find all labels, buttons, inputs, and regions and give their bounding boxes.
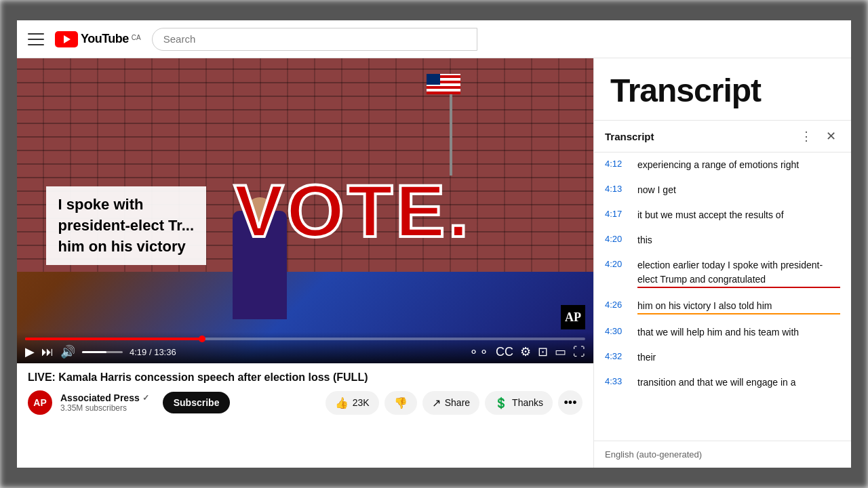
transcript-timestamp: 4:20: [605, 258, 629, 269]
transcript-item[interactable]: 4:13now I get: [594, 178, 851, 203]
transcript-toolbar-actions: ⋮ ✕: [796, 127, 840, 145]
transcript-item[interactable]: 4:26him on his victory I also told him: [594, 293, 851, 320]
transcript-close-button[interactable]: ✕: [822, 127, 840, 145]
transcript-text: experiencing a range of emotions right: [637, 158, 840, 172]
controls-row: ▶ ⏭ 🔊 4:19 / 1: [25, 344, 585, 359]
chapters-icon: ⚬⚬: [469, 344, 489, 359]
like-button[interactable]: 👍 23K: [326, 391, 379, 415]
transcript-list[interactable]: 4:12experiencing a range of emotions rig…: [594, 152, 851, 441]
menu-icon[interactable]: [28, 33, 44, 45]
theater-icon: ▭: [555, 344, 566, 359]
next-icon: ⏭: [41, 345, 54, 359]
fullscreen-button[interactable]: ⛶: [573, 345, 585, 359]
subscribe-button[interactable]: Subscribe: [163, 392, 231, 413]
search-input[interactable]: [152, 28, 477, 51]
transcript-options-button[interactable]: ⋮: [796, 127, 816, 145]
transcript-text: now I get: [637, 183, 840, 197]
more-options-icon: •••: [564, 396, 577, 410]
youtube-logo-text: YouTube: [81, 32, 129, 46]
captions-icon: CC: [496, 345, 513, 359]
transcript-text: that we will help him and his team with: [637, 325, 840, 340]
theater-button[interactable]: ▭: [555, 344, 566, 359]
play-icon: ▶: [25, 344, 35, 359]
thanks-button[interactable]: 💲 Thanks: [485, 391, 553, 415]
transcript-timestamp: 4:13: [605, 183, 629, 194]
browser-window: YouTube CA: [0, 0, 868, 488]
speech-line-1: I spoke with president-elect Tr... him o…: [58, 195, 195, 257]
transcript-timestamp: 4:26: [605, 299, 629, 310]
channel-subscribers: 3.35M subscribers: [60, 403, 149, 413]
transcript-language: English (auto-generated): [605, 449, 702, 460]
dislike-button[interactable]: 👎: [384, 391, 417, 415]
flag-cloth: [427, 74, 460, 94]
transcript-footer: English (auto-generated): [594, 441, 851, 468]
dislike-icon: 👎: [394, 396, 408, 409]
more-options-button[interactable]: •••: [558, 390, 583, 415]
transcript-item[interactable]: 4:33transition and that we will engage i…: [594, 370, 851, 395]
play-button[interactable]: ▶: [25, 344, 35, 359]
transcript-item[interactable]: 4:12experiencing a range of emotions rig…: [594, 152, 851, 178]
youtube-header: YouTube CA: [17, 20, 851, 58]
youtube-logo-icon: [55, 31, 78, 47]
video-info-section: LIVE: Kamala Harris concession speech af…: [17, 363, 593, 419]
channel-avatar[interactable]: AP: [28, 390, 52, 415]
like-icon: 👍: [335, 396, 349, 409]
transcript-item[interactable]: 4:30that we will help him and his team w…: [594, 320, 851, 345]
transcript-timestamp: 4:30: [605, 325, 629, 336]
time-display: 4:19 / 13:36: [130, 347, 176, 357]
vote-overlay-text: VOTE.: [234, 174, 471, 248]
share-button[interactable]: ↗ Share: [422, 391, 479, 415]
captions-button[interactable]: CC: [496, 345, 513, 359]
thanks-icon: 💲: [494, 396, 508, 409]
channel-name: Associated Press ✓: [60, 392, 149, 403]
speech-text-overlay: I spoke with president-elect Tr... him o…: [46, 186, 207, 265]
progress-bar[interactable]: [25, 338, 585, 340]
transcript-timestamp: 4:20: [605, 233, 629, 244]
transcript-toolbar: Transcript ⋮ ✕: [594, 120, 851, 152]
transcript-panel: Transcript Transcript ⋮ ✕ 4:12experienci…: [593, 58, 851, 468]
share-icon: ↗: [432, 396, 441, 409]
youtube-window: YouTube CA: [17, 20, 851, 468]
video-controls: ▶ ⏭ 🔊 4:19 / 1: [17, 332, 593, 363]
transcript-item[interactable]: 4:20election earlier today I spoke with …: [594, 253, 851, 293]
transcript-text: this: [637, 233, 840, 247]
youtube-logo[interactable]: YouTube CA: [55, 31, 141, 47]
transcript-header-large: Transcript: [594, 58, 851, 120]
transcript-large-title: Transcript: [610, 72, 835, 109]
video-title: LIVE: Kamala Harris concession speech af…: [28, 370, 583, 385]
settings-icon: ⚙: [520, 344, 531, 359]
verified-badge: ✓: [142, 393, 149, 403]
transcript-text: it but we must accept the results of: [637, 208, 840, 222]
action-buttons: 👍 23K 👎 ↗ Share 💲: [326, 390, 583, 415]
flag-decoration: [424, 74, 478, 176]
transcript-timestamp: 4:12: [605, 158, 629, 169]
search-container: [152, 28, 477, 51]
volume-icon: 🔊: [60, 344, 75, 359]
transcript-timestamp: 4:17: [605, 208, 629, 219]
transcript-item[interactable]: 4:17it but we must accept the results of: [594, 203, 851, 228]
ap-badge: AP: [561, 305, 585, 329]
miniplayer-icon: ⊡: [538, 344, 548, 359]
transcript-text: their: [637, 350, 840, 365]
transcript-panel-title: Transcript: [605, 131, 654, 142]
miniplayer-button[interactable]: ⊡: [538, 344, 548, 359]
video-main-area: I spoke with president-elect Tr... him o…: [17, 58, 593, 468]
progress-bar-fill: [25, 338, 202, 340]
channel-row: AP Associated Press ✓ 3.35M subscribers …: [28, 390, 583, 415]
settings-button[interactable]: ⚙: [520, 344, 531, 359]
volume-slider[interactable]: [82, 351, 123, 353]
video-player[interactable]: I spoke with president-elect Tr... him o…: [17, 58, 593, 363]
transcript-item[interactable]: 4:20this: [594, 228, 851, 253]
transcript-timestamp: 4:33: [605, 375, 629, 386]
fullscreen-icon: ⛶: [573, 345, 585, 359]
transcript-text: transition and that we will engage in a: [637, 375, 840, 390]
transcript-item[interactable]: 4:32their: [594, 345, 851, 370]
main-content: I spoke with president-elect Tr... him o…: [17, 58, 851, 468]
chapters-button[interactable]: ⚬⚬: [469, 344, 489, 359]
next-button[interactable]: ⏭: [41, 345, 54, 359]
transcript-text: him on his victory I also told him: [637, 299, 840, 314]
volume-button[interactable]: 🔊: [60, 344, 75, 359]
transcript-timestamp: 4:32: [605, 350, 629, 361]
youtube-logo-country: CA: [132, 34, 141, 41]
volume-fill: [82, 351, 106, 353]
